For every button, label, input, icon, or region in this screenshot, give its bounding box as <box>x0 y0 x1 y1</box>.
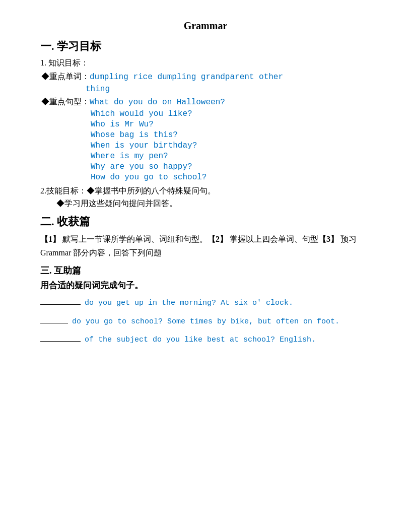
sentence-block-7: How do you go to school? <box>91 173 371 182</box>
sentence-block-3: Whose bag is this? <box>91 130 371 140</box>
sentence-7: How do you go to school? <box>91 173 371 182</box>
exercise-row-3: of the subject do you like best at schoo… <box>40 333 371 348</box>
keywords-text: dumpling rice dumpling grandparent other <box>90 73 283 82</box>
skill-line-1: 2.技能目标：◆掌握书中所列的八个特殊疑问句。 <box>40 186 371 196</box>
sentences-label: ◆重点句型： <box>41 97 90 107</box>
sentence-4: When is your birthday? <box>91 141 371 150</box>
skill-line-2: ◆学习用这些疑问句提问并回答。 <box>56 198 371 209</box>
sentence-block-6: Why are you so happy? <box>91 162 371 171</box>
sentence-block-2: Who is Mr Wu? <box>91 120 371 129</box>
page-title: Grammar <box>40 20 371 32</box>
exercise-text-3: of the subject do you like best at schoo… <box>85 333 316 348</box>
keywords-row: ◆重点单词： dumpling rice dumpling grandparen… <box>40 72 371 82</box>
section2-heading: 二. 收获篇 <box>40 214 371 229</box>
fill-blank-3 <box>40 341 81 342</box>
skill-text-2: ◆学习用这些疑问句提问并回答。 <box>56 199 177 208</box>
sub-heading-1: 1. 知识目标： <box>40 58 371 69</box>
keywords-row-2: thing <box>86 84 371 94</box>
keywords-text-2: thing <box>86 85 110 94</box>
exercise-text-2: do you go to school? Some times by bike,… <box>72 315 339 329</box>
keywords-label: ◆重点单词： <box>41 72 90 82</box>
sentence-0: What do you do on Halloween? <box>90 98 225 107</box>
sentence-block-5: Where is my pen? <box>91 152 371 161</box>
exercise-text-1: do you get up in the morning? At six o' … <box>85 296 293 311</box>
sentence-block-1: Which would you like? <box>91 109 371 118</box>
section2-text: 【1】 默写上一节课所学的单词、词组和句型。【2】 掌握以上四会单词、句型【3】… <box>40 232 371 259</box>
sentence-5: Where is my pen? <box>91 152 371 161</box>
bracket-1: 【1】 <box>40 235 60 243</box>
fill-blank-1 <box>40 304 81 305</box>
sentence-2: Who is Mr Wu? <box>91 120 371 129</box>
s2-t1: 默写上一节课所学的单词、词组和句型。 <box>62 235 208 243</box>
bracket-3: 【3】 <box>318 235 338 243</box>
bracket-2: 【2】 <box>208 235 228 243</box>
exercise-instruction: 用合适的疑问词完成句子。 <box>40 280 371 291</box>
sentence-3: Whose bag is this? <box>91 130 371 140</box>
skill-prefix: 2.技能目标： <box>40 186 87 195</box>
sentence-1: Which would you like? <box>91 109 371 118</box>
exercise-row-1: do you get up in the morning? At six o' … <box>40 296 371 311</box>
sentence-6: Why are you so happy? <box>91 162 371 171</box>
section1-heading: 一. 学习目标 <box>40 39 371 54</box>
sentences-row: ◆重点句型： What do you do on Halloween? <box>40 97 371 107</box>
fill-blank-2 <box>40 323 68 323</box>
s2-t2: 掌握以上四会单词、句型 <box>230 235 318 243</box>
exercise-row-2: do you go to school? Some times by bike,… <box>40 315 371 329</box>
skill-text-1: ◆掌握书中所列的八个特殊疑问句。 <box>87 186 216 195</box>
sentence-block-4: When is your birthday? <box>91 141 371 150</box>
section3-heading: 三. 互助篇 <box>40 264 371 277</box>
